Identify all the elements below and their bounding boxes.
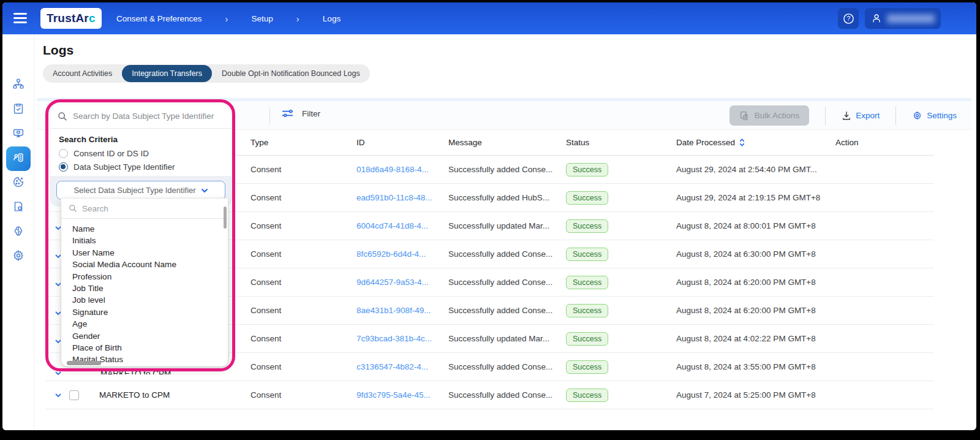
user-name-redacted (887, 14, 935, 23)
status-badge: Success (566, 163, 608, 176)
breadcrumb-logs[interactable]: Logs (323, 14, 341, 23)
logs-tab-group: Account Activities Integration Transfers… (43, 64, 370, 83)
status-badge: Success (566, 332, 608, 346)
breadcrumb: Consent & Preferences › Setup › Logs (116, 2, 341, 34)
option-place-of-birth[interactable]: Place of Birth (72, 342, 228, 354)
identifier-option-list: Name Initials User Name Social Media Acc… (61, 219, 228, 366)
app-window: TrustArc Consent & Preferences › Setup ›… (2, 2, 976, 430)
consent-id-link[interactable]: 8fc6592b-6d4d-4... (356, 249, 448, 259)
search-field[interactable] (50, 104, 232, 129)
sidebar-item-policies[interactable] (6, 195, 31, 220)
radio-button-icon[interactable] (59, 162, 68, 172)
option-name[interactable]: Name (72, 223, 228, 235)
user-icon (871, 13, 882, 24)
chevron-down-icon (201, 188, 208, 193)
tab-account-activities[interactable]: Account Activities (43, 65, 122, 82)
column-header-type: Type (251, 138, 356, 147)
chevron-down-icon[interactable] (54, 391, 62, 400)
hamburger-menu-icon[interactable] (13, 13, 27, 23)
radio-consent-id[interactable]: Consent ID or DS ID (59, 149, 223, 158)
option-gender[interactable]: Gender (72, 330, 228, 342)
sidebar-item-intelligence[interactable] (6, 220, 31, 245)
option-social-media-account-name[interactable]: Social Media Account Name (72, 259, 228, 270)
bulk-copy-icon (739, 110, 750, 121)
sidebar-item-cookies[interactable] (6, 171, 31, 195)
sidebar-item-org-chart[interactable] (6, 73, 31, 97)
chevron-right-icon: › (296, 13, 300, 24)
sidebar-item-banner[interactable] (6, 122, 31, 146)
consent-id-link[interactable]: 8ae431b1-908f-49... (356, 306, 448, 315)
sidebar-item-settings[interactable] (6, 245, 31, 269)
banner-icon (12, 126, 25, 142)
chevron-down-icon[interactable] (54, 369, 62, 377)
ai-brain-icon (12, 224, 25, 240)
download-icon (842, 110, 851, 121)
status-badge: Success (566, 276, 608, 289)
sidebar-item-assessments[interactable] (6, 97, 31, 122)
option-signature[interactable]: Signature (72, 306, 228, 318)
connection-label: MARKETO to CPM (99, 390, 170, 400)
document-gear-icon (12, 200, 25, 216)
option-job-level[interactable]: Job level (72, 294, 228, 306)
trustarc-logo[interactable]: TrustArc (40, 8, 102, 29)
select-dropdown-panel: Name Initials User Name Social Media Acc… (61, 199, 228, 366)
clipboard-check-icon (12, 102, 25, 118)
consent-id-link[interactable]: 018d6a49-8168-4... (356, 165, 448, 174)
row-checkbox[interactable] (69, 390, 79, 400)
settings-gear-icon (12, 249, 25, 265)
cookie-icon (12, 175, 25, 191)
sort-arrows-icon[interactable] (739, 138, 745, 147)
question-circle-icon: ? (843, 13, 854, 25)
option-user-name[interactable]: User Name (72, 247, 228, 259)
radio-data-subject-type[interactable]: Data Subject Type Identifier (59, 162, 223, 172)
option-profession[interactable]: Profession (72, 271, 228, 283)
column-header-action: Action (835, 138, 933, 147)
search-criteria-title: Search Criteria (59, 135, 223, 144)
column-header-id: ID (356, 138, 448, 147)
status-badge: Success (566, 304, 608, 317)
option-job-title[interactable]: Job Title (72, 283, 228, 294)
consent-id-link[interactable]: 9d644257-9a53-4... (356, 278, 448, 287)
page-title: Logs (43, 43, 74, 58)
sidebar-item-logs[interactable] (6, 146, 31, 171)
consent-id-link[interactable]: 7c93bcad-381b-4c... (356, 334, 448, 343)
status-badge: Success (566, 389, 608, 402)
toolbar-divider (270, 107, 270, 124)
help-button[interactable]: ? (838, 8, 859, 29)
dropdown-search-input[interactable] (82, 204, 221, 213)
settings-button[interactable]: Settings (896, 110, 960, 121)
bulk-actions-button[interactable]: Bulk Actions (729, 105, 810, 126)
consent-id-link[interactable]: 6004cd74-41d8-4... (356, 221, 448, 230)
consent-id-link[interactable]: 9fd3c795-5a4e-45... (356, 390, 448, 400)
breadcrumb-setup[interactable]: Setup (252, 14, 273, 23)
dropdown-vertical-scrollbar[interactable] (224, 207, 227, 229)
column-header-date-processed[interactable]: Date Processed (676, 138, 835, 147)
tab-double-opt-in[interactable]: Double Opt-in Notification Bounced Logs (212, 65, 370, 82)
breadcrumb-consent-preferences[interactable]: Consent & Preferences (116, 14, 202, 23)
table-row[interactable]: MARKETO to CPM Consent 9fd3c795-5a4e-45.… (45, 381, 933, 409)
consent-id-link[interactable]: ead591b0-11c8-48... (356, 193, 448, 202)
left-sidebar (2, 34, 34, 430)
tab-integration-transfers[interactable]: Integration Transfers (122, 65, 212, 82)
data-subject-type-select[interactable]: Select Data Subject Type Identifier (56, 181, 225, 200)
status-badge: Success (566, 191, 608, 205)
clipped-connection-row-label: MARKETO to CPM (100, 369, 198, 374)
option-initials[interactable]: Initials (72, 235, 228, 246)
gear-icon (912, 110, 922, 121)
search-input[interactable] (73, 112, 224, 121)
consent-id-link[interactable]: c3136547-4b82-4... (356, 362, 448, 371)
org-chart-icon (12, 77, 25, 93)
status-badge: Success (566, 248, 608, 261)
filter-button[interactable]: Filter (282, 108, 320, 118)
svg-text:?: ? (846, 15, 850, 22)
user-menu-button[interactable] (865, 8, 941, 29)
radio-button-icon[interactable] (59, 149, 68, 158)
export-button[interactable]: Export (826, 110, 895, 121)
status-badge: Success (566, 219, 608, 233)
option-age[interactable]: Age (72, 318, 228, 330)
top-navbar: TrustArc Consent & Preferences › Setup ›… (2, 2, 976, 34)
column-header-message: Message (448, 138, 566, 147)
dropdown-search-field[interactable] (61, 199, 228, 219)
dropdown-horizontal-scrollbar[interactable] (67, 361, 101, 365)
search-criteria-panel: Search Criteria Consent ID or DS ID Data… (50, 104, 232, 206)
